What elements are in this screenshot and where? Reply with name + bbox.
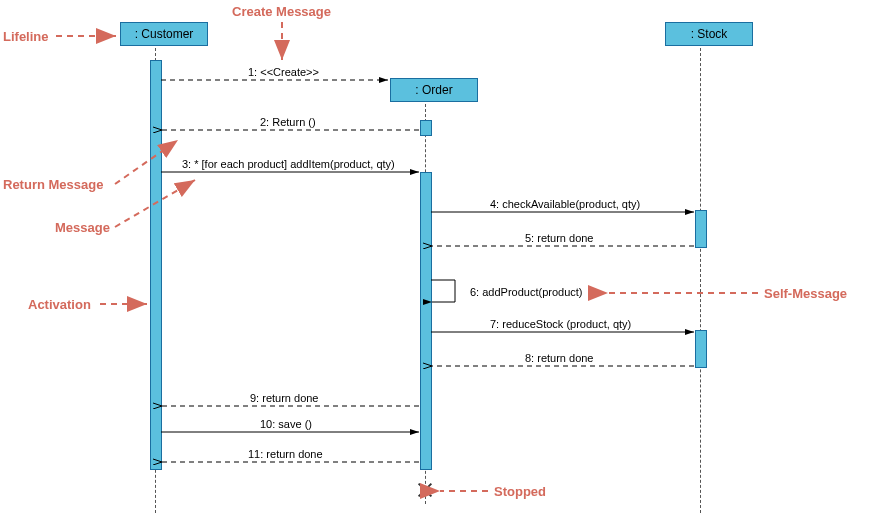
arrows-layer	[0, 0, 870, 517]
sequence-diagram: : Customer : Order : Stock 1: <<Create>>…	[0, 0, 870, 517]
svg-line-13	[115, 180, 195, 227]
svg-line-12	[115, 140, 178, 184]
